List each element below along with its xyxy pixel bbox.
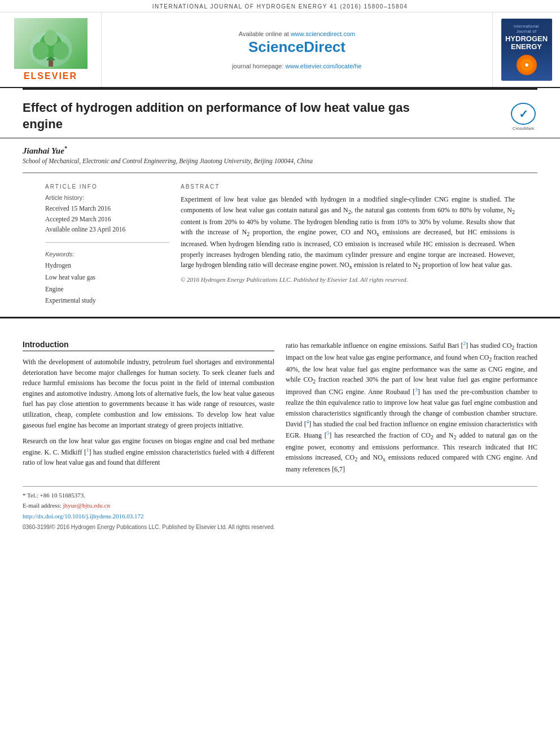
sciencedirect-brand: ScienceDirect <box>248 38 345 56</box>
energy-icon <box>520 58 533 72</box>
section-divider <box>0 317 560 318</box>
footer-issn: 0360-3199/© 2016 Hydrogen Energy Publica… <box>23 524 275 530</box>
keywords-label: Keywords: <box>45 251 169 257</box>
elsevier-tree-icon <box>28 29 73 69</box>
header-section: ELSEVIER Available online at www.science… <box>0 12 560 88</box>
svg-point-4 <box>53 42 69 60</box>
article-title-section: Effect of hydrogen addition on performan… <box>0 90 560 138</box>
crossmark-badge: ✓ CrossMark <box>509 103 537 131</box>
introduction-heading: Introduction <box>23 340 274 351</box>
journal-citation: INTERNATIONAL JOURNAL OF HYDROGEN ENERGY… <box>152 3 408 10</box>
article-info-column: ARTICLE INFO Article history: Received 1… <box>45 181 169 307</box>
abstract-text: Experiment of low heat value gas blended… <box>181 194 515 272</box>
top-bar: INTERNATIONAL JOURNAL OF HYDROGEN ENERGY… <box>0 0 560 12</box>
footnote-email: E-mail address: jhyue@bjtu.edu.cn <box>23 500 537 511</box>
accepted-date: Accepted 29 March 2016 <box>45 214 169 224</box>
elsevier-brand-text: ELSEVIER <box>24 71 77 81</box>
keyword-4: Experimental study <box>45 295 169 307</box>
abstract-column: ABSTRACT Experiment of low heat value ga… <box>181 181 515 307</box>
svg-point-3 <box>33 42 49 60</box>
footer-bar: 0360-3199/© 2016 Hydrogen Energy Publica… <box>0 522 560 532</box>
keyword-1: Hydrogen <box>45 260 169 272</box>
author-sup: * <box>64 145 67 151</box>
journal-url[interactable]: www.elsevier.com/locate/he <box>286 63 362 69</box>
intro-left-column: Introduction With the development of aut… <box>23 340 274 480</box>
svg-point-5 <box>44 30 58 46</box>
badge-title-line1: HYDROGEN <box>505 35 548 43</box>
received-date: Received 15 March 2016 <box>45 203 169 213</box>
header-right: InternationalJournal of HYDROGEN ENERGY <box>492 12 560 87</box>
available-online-text: Available online at www.sciencedirect.co… <box>239 30 355 37</box>
article-info-label: ARTICLE INFO <box>45 184 169 190</box>
doi-link[interactable]: http://dx.doi.org/10.1016/j.ijhydene.201… <box>23 513 144 519</box>
intro-right-para: ratio has remarkable influence on engine… <box>286 340 537 475</box>
article-title: Effect of hydrogen addition on performan… <box>23 100 429 132</box>
abstract-copyright: © 2016 Hydrogen Energy Publications LLC.… <box>181 276 515 283</box>
article-history-block: Article history: Received 15 March 2016 … <box>45 194 169 243</box>
badge-subtitle: InternationalJournal of <box>514 24 539 34</box>
header-center: Available online at www.sciencedirect.co… <box>102 12 492 87</box>
journal-badge: InternationalJournal of HYDROGEN ENERGY <box>501 19 552 81</box>
history-label: Article history: <box>45 194 169 201</box>
sciencedirect-url[interactable]: www.sciencedirect.com <box>291 30 355 37</box>
journal-homepage-text: journal homepage: www.elsevier.com/locat… <box>232 63 361 69</box>
keyword-3: Engine <box>45 283 169 295</box>
keyword-2: Low heat value gas <box>45 272 169 283</box>
elsevier-image <box>14 18 88 69</box>
crossmark-icon: ✓ <box>511 103 536 125</box>
footnote-section: * Tel.: +86 10 51685373. E-mail address:… <box>23 486 537 522</box>
introduction-section: Introduction With the development of aut… <box>0 329 560 480</box>
elsevier-logo: ELSEVIER <box>14 18 88 81</box>
available-date: Available online 23 April 2016 <box>45 224 169 234</box>
badge-icon <box>517 55 537 75</box>
intro-para-2: Research on the low heat value gas engin… <box>23 436 274 468</box>
svg-point-8 <box>525 63 528 67</box>
author-affiliation: School of Mechanical, Electronic and Con… <box>23 158 537 164</box>
intro-right-column: ratio has remarkable influence on engine… <box>286 340 537 480</box>
content-columns: ARTICLE INFO Article history: Received 1… <box>23 173 537 307</box>
intro-para-1: With the development of automobile indus… <box>23 357 274 430</box>
footnote-doi: http://dx.doi.org/10.1016/j.ijhydene.201… <box>23 511 537 522</box>
crossmark-label: CrossMark <box>513 126 535 131</box>
author-name: Jianhai Yue* <box>23 145 537 156</box>
abstract-label: ABSTRACT <box>181 184 515 190</box>
author-section: Jianhai Yue* School of Mechanical, Elect… <box>0 138 560 168</box>
header-left: ELSEVIER <box>0 12 102 87</box>
badge-title-line2: ENERGY <box>511 43 542 51</box>
keywords-block: Keywords: Hydrogen Low heat value gas En… <box>45 251 169 307</box>
footnote-tel: * Tel.: +86 10 51685373. <box>23 490 537 501</box>
footnote-email-link[interactable]: jhyue@bjtu.edu.cn <box>63 502 110 509</box>
